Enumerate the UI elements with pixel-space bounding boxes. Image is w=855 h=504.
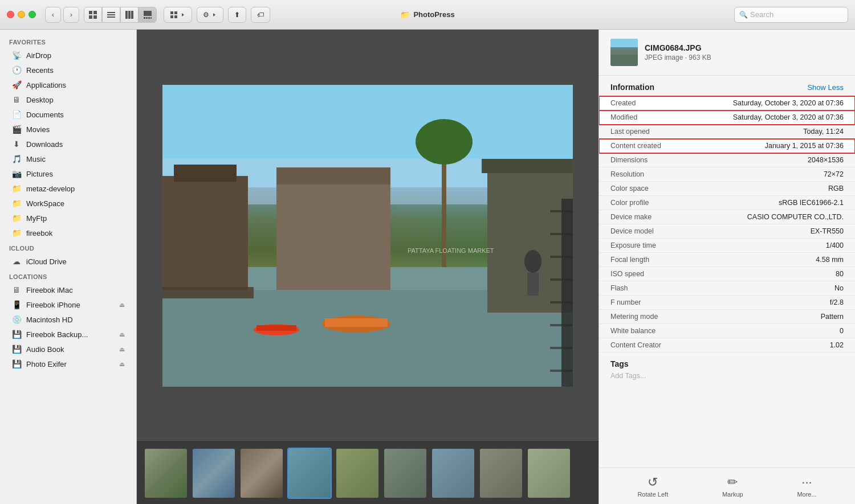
f-number-value: f/2.8 xyxy=(830,298,844,306)
info-row-dimensions: Dimensions 2048×1536 xyxy=(599,153,855,167)
svg-rect-27 xyxy=(162,287,254,298)
sidebar-item-recents[interactable]: 🕐 Recents xyxy=(2,63,134,77)
more-button[interactable]: ··· More... xyxy=(797,475,816,498)
file-thumbnail xyxy=(610,39,638,66)
thumbnail[interactable] xyxy=(479,448,523,499)
column-view-button[interactable] xyxy=(120,7,139,23)
svg-rect-10 xyxy=(144,11,152,16)
sidebar-item-label: Macintosh HD xyxy=(26,315,125,324)
sidebar-item-music[interactable]: 🎵 Music xyxy=(2,151,134,166)
desktop-icon: 🖥 xyxy=(11,95,22,104)
pictures-icon: 📷 xyxy=(11,169,22,178)
add-tags-button[interactable]: Add Tags... xyxy=(610,372,844,380)
svg-rect-45 xyxy=(550,278,573,281)
tag-button[interactable]: 🏷 xyxy=(251,7,270,23)
icloud-header: iCloud xyxy=(0,240,136,254)
sidebar-item-movies[interactable]: 🎬 Movies xyxy=(2,122,134,137)
sidebar-item-fireebok-iphone[interactable]: 📱 Fireebok iPhone ⏏ xyxy=(2,297,134,312)
size-button[interactable] xyxy=(164,7,192,23)
modified-value: Saturday, October 3, 2020 at 07:36 xyxy=(733,113,844,121)
thumbnails-strip xyxy=(137,441,598,504)
sidebar-item-pictures[interactable]: 📷 Pictures xyxy=(2,166,134,181)
sidebar-item-audio-book[interactable]: 💾 Audio Book ⏏ xyxy=(2,342,134,357)
zoom-button[interactable] xyxy=(28,11,36,18)
svg-rect-2 xyxy=(89,15,92,19)
file-name: CIMG0684.JPG xyxy=(645,43,711,52)
documents-icon: 📄 xyxy=(11,110,22,119)
sidebar-item-myftp[interactable]: 📁 MyFtp xyxy=(2,211,134,226)
sidebar-item-macintosh-hd[interactable]: 💿 Macintosh HD xyxy=(2,312,134,327)
folder-icon: 📁 xyxy=(400,10,410,19)
photo-exifer-icon: 💾 xyxy=(11,359,22,368)
back-button[interactable]: ‹ xyxy=(45,7,61,23)
sidebar-item-photo-exifer[interactable]: 💾 Photo Exifer ⏏ xyxy=(2,357,134,371)
music-icon: 🎵 xyxy=(11,154,22,163)
svg-rect-1 xyxy=(93,11,97,14)
folder-icon: 📁 xyxy=(11,199,22,208)
info-row-color-space: Color space RGB xyxy=(599,182,855,196)
tags-title: Tags xyxy=(610,359,844,368)
rotate-left-button[interactable]: ↺ Rotate Left xyxy=(637,475,668,498)
sidebar-item-icloud-drive[interactable]: ☁ iCloud Drive xyxy=(2,254,134,269)
eject-icon[interactable]: ⏏ xyxy=(119,360,125,368)
sidebar-item-label: Desktop xyxy=(26,96,125,104)
list-view-button[interactable] xyxy=(102,7,120,23)
sidebar-item-metaz[interactable]: 📁 metaz-develop xyxy=(2,181,134,196)
sidebar-item-downloads[interactable]: ⬇ Downloads xyxy=(2,137,134,151)
resolution-value: 72×72 xyxy=(824,170,844,178)
sidebar-item-fireebok-imac[interactable]: 🖥 Fireebok iMac xyxy=(2,282,134,297)
imac-icon: 🖥 xyxy=(11,285,22,294)
thumbnail[interactable] xyxy=(383,448,427,499)
content-creator-label: Content Creator xyxy=(610,341,661,349)
gallery-view-button[interactable] xyxy=(139,7,157,23)
sidebar-item-airdrop[interactable]: 📡 AirDrop xyxy=(2,48,134,63)
sidebar-item-fireebok-backup[interactable]: 💾 Fireebok Backup... ⏏ xyxy=(2,327,134,342)
tag-icon: 🏷 xyxy=(257,11,264,19)
svg-rect-25 xyxy=(162,176,248,290)
main-area: Favorites 📡 AirDrop 🕐 Recents 🚀 Applicat… xyxy=(0,30,855,504)
svg-rect-8 xyxy=(128,11,131,19)
thumbnail[interactable] xyxy=(335,448,380,499)
svg-rect-28 xyxy=(276,182,390,290)
rotate-left-icon: ↺ xyxy=(648,475,658,490)
minimize-button[interactable] xyxy=(18,11,25,18)
eject-icon[interactable]: ⏏ xyxy=(119,346,125,353)
sidebar-item-label: MyFtp xyxy=(26,214,125,223)
svg-rect-41 xyxy=(561,199,573,387)
gear-icon: ⚙ xyxy=(203,11,209,19)
thumbnail[interactable] xyxy=(527,448,571,499)
share-button[interactable]: ⬆ xyxy=(228,7,246,23)
sidebar-item-label: Fireebok iPhone xyxy=(26,301,115,309)
device-model-value: EX-TR550 xyxy=(811,227,844,235)
thumbnail[interactable] xyxy=(431,448,475,499)
svg-marker-20 xyxy=(213,13,215,17)
svg-rect-33 xyxy=(482,159,573,173)
icloud-icon: ☁ xyxy=(11,257,22,266)
thumbnail[interactable] xyxy=(144,448,188,499)
svg-point-31 xyxy=(416,119,473,165)
markup-button[interactable]: ✏ Markup xyxy=(722,475,743,498)
sidebar-item-label: metaz-develop xyxy=(26,185,125,193)
svg-rect-49 xyxy=(550,370,573,372)
content-creator-value: 1.02 xyxy=(830,341,844,349)
show-less-button[interactable]: Show Less xyxy=(807,83,844,92)
eject-icon[interactable]: ⏏ xyxy=(119,301,125,309)
forward-button[interactable]: › xyxy=(63,7,79,23)
modified-label: Modified xyxy=(610,113,637,121)
sidebar-item-desktop[interactable]: 🖥 Desktop xyxy=(2,92,134,107)
thumbnail[interactable] xyxy=(192,448,236,499)
sidebar-item-applications[interactable]: 🚀 Applications xyxy=(2,77,134,92)
sidebar-item-documents[interactable]: 📄 Documents xyxy=(2,107,134,122)
sidebar-item-workspace[interactable]: 📁 WorkSpace xyxy=(2,196,134,211)
thumbnail[interactable] xyxy=(239,448,284,499)
icon-view-button[interactable] xyxy=(84,7,102,23)
sidebar-item-fireebok[interactable]: 📁 fireebok xyxy=(2,226,134,240)
info-row-f-number: F number f/2.8 xyxy=(599,296,855,310)
close-button[interactable] xyxy=(7,11,14,18)
file-type: JPEG image · 963 KB xyxy=(645,54,711,62)
gear-button[interactable]: ⚙ xyxy=(197,7,223,23)
search-box[interactable]: 🔍 Search xyxy=(734,7,848,23)
eject-icon[interactable]: ⏏ xyxy=(119,331,125,338)
iso-value: 80 xyxy=(836,270,844,278)
thumbnail-active[interactable] xyxy=(287,448,332,499)
